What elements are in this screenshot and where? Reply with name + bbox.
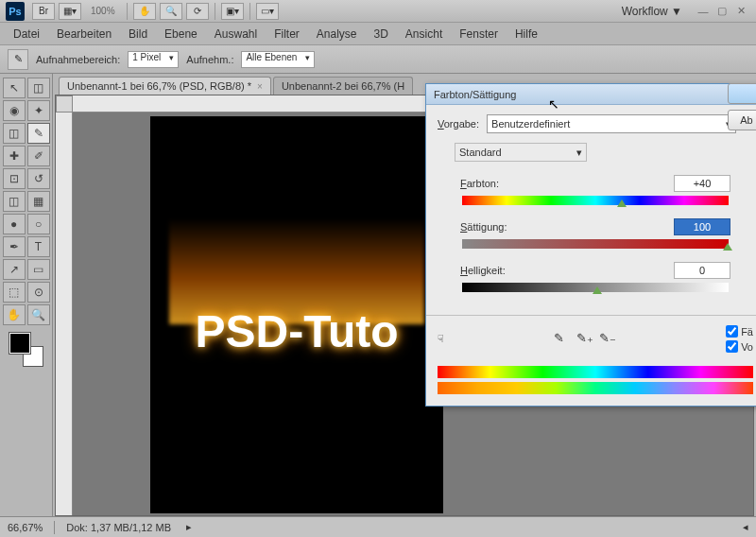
pen-tool[interactable]: ✒ [3, 236, 26, 257]
doc-tab-2[interactable]: Unbenannt-2 bei 66,7% (H [273, 77, 413, 95]
menu-3d[interactable]: 3D [374, 27, 388, 41]
zoom-button[interactable]: 🔍 [160, 3, 182, 20]
eyedropper-tool[interactable]: ✎ [27, 123, 50, 144]
hue-slider[interactable] [462, 196, 729, 205]
hue-input[interactable]: +40 [674, 175, 730, 192]
arrange-button[interactable]: ▭▾ [256, 3, 279, 20]
status-bar: 66,67% Dok: 1,37 MB/1,12 MB ▸ ◂ [0, 516, 756, 537]
hand-button[interactable]: ✋ [133, 3, 156, 20]
menu-analyse[interactable]: Analyse [317, 27, 357, 41]
zoom-tool[interactable]: 🔍 [27, 304, 50, 325]
heal-tool[interactable]: ✚ [3, 146, 26, 166]
hue-ramp-before [438, 366, 753, 378]
menu-bild[interactable]: Bild [129, 27, 147, 41]
color-swatches[interactable] [9, 333, 43, 367]
sample-size-label: Aufnahmebereich: [36, 54, 120, 65]
toolbox: ↖◫ ◉✦ ◫✎ ✚✐ ⊡↺ ◫▦ ●○ ✒T ↗▭ ⬚⊙ ✋🔍 [0, 74, 53, 516]
preview-checkbox[interactable]: Vo [726, 340, 753, 353]
eyedropper-icon[interactable]: ✎ [8, 49, 28, 70]
scrub-icon[interactable]: ☟ [438, 333, 444, 345]
lasso-tool[interactable]: ◉ [3, 100, 26, 121]
menu-ebene[interactable]: Ebene [164, 27, 198, 41]
range-select[interactable]: Standard▾ [455, 143, 587, 162]
scroll-left-icon[interactable]: ◂ [743, 521, 748, 533]
menu-ansicht[interactable]: Ansicht [405, 27, 442, 41]
status-arrow-icon[interactable]: ▸ [186, 521, 192, 533]
rotate-button[interactable]: ⟳ [186, 3, 209, 20]
menu-fenster[interactable]: Fenster [459, 27, 498, 41]
eyedropper-set-icon[interactable]: ✎ [554, 331, 571, 348]
crop-tool[interactable]: ◫ [3, 123, 26, 144]
maximize-button[interactable]: ▢ [715, 5, 729, 18]
brush-tool[interactable]: ✐ [27, 146, 50, 166]
app-logo: Ps [6, 2, 25, 21]
flame-effect [169, 173, 424, 324]
hand-tool[interactable]: ✋ [3, 304, 26, 325]
hue-saturation-dialog: Farbton/Sättigung Vorgabe: Benutzerdefin… [425, 83, 756, 407]
close-button[interactable]: ✕ [734, 5, 747, 18]
camera-tool[interactable]: ⊙ [27, 282, 50, 303]
preset-select[interactable]: Benutzerdefiniert▾ [487, 114, 736, 133]
zoom-dropdown[interactable]: 100% [83, 3, 123, 20]
menu-filter[interactable]: Filter [274, 27, 300, 41]
menu-hilfe[interactable]: Hilfe [515, 27, 538, 41]
menu-auswahl[interactable]: Auswahl [215, 27, 257, 41]
status-docsize[interactable]: Dok: 1,37 MB/1,12 MB [66, 522, 171, 533]
doc-tab-1[interactable]: Unbenannt-1 bei 66,7% (PSD, RGB/8) *× [59, 77, 271, 95]
sample-size-select[interactable]: 1 Pixel [128, 51, 179, 68]
shape-tool[interactable]: ▭ [27, 259, 50, 280]
status-zoom[interactable]: 66,67% [8, 522, 43, 533]
ruler-origin[interactable] [56, 95, 73, 113]
history-tool[interactable]: ↺ [27, 168, 50, 189]
saturation-slider[interactable] [462, 239, 729, 249]
lightness-slider[interactable] [462, 283, 729, 292]
wand-tool[interactable]: ✦ [27, 100, 50, 121]
3d-tool[interactable]: ⬚ [3, 282, 26, 303]
document[interactable]: PSD-Tuto [150, 116, 443, 513]
move-tool[interactable]: ↖ [3, 78, 26, 98]
type-tool[interactable]: T [27, 236, 50, 257]
menu-bearbeiten[interactable]: Bearbeiten [57, 27, 112, 41]
cancel-button[interactable]: Ab [728, 110, 756, 130]
colorize-checkbox[interactable]: Fä [726, 325, 753, 338]
ruler-vertical[interactable] [56, 113, 73, 515]
menu-bar: Datei Bearbeiten Bild Ebene Auswahl Filt… [0, 23, 756, 45]
eraser-tool[interactable]: ◫ [3, 191, 26, 212]
options-bar: ✎ Aufnahmebereich: 1 Pixel Aufnehm.: All… [0, 45, 756, 74]
stamp-tool[interactable]: ⊡ [3, 168, 26, 189]
frames-button[interactable]: ▦▾ [59, 3, 81, 20]
selection-tool[interactable]: ◫ [27, 78, 50, 98]
gradient-tool[interactable]: ▦ [27, 191, 50, 212]
saturation-label: Sättigung: [460, 221, 507, 233]
sample-layers-label: Aufnehm.: [186, 54, 233, 65]
hue-ramp-after [438, 382, 753, 394]
path-tool[interactable]: ↗ [3, 259, 26, 280]
sample-layers-select[interactable]: Alle Ebenen [241, 51, 315, 68]
color-ramps [438, 366, 753, 394]
preset-label: Vorgabe: [438, 118, 479, 130]
dodge-tool[interactable]: ○ [27, 214, 50, 234]
dialog-title-bar[interactable]: Farbton/Sättigung [426, 84, 756, 105]
workflow-dropdown[interactable]: Workflow ▼ [622, 5, 682, 18]
eyedropper-add-icon[interactable]: ✎₊ [576, 331, 593, 348]
menu-datei[interactable]: Datei [13, 27, 40, 41]
canvas-text: PSD-Tuto [150, 305, 443, 357]
lightness-label: Helligkeit: [460, 265, 506, 276]
close-icon[interactable]: × [257, 81, 263, 92]
minimize-button[interactable]: — [696, 5, 710, 18]
saturation-input[interactable]: 100 [674, 218, 730, 235]
blur-tool[interactable]: ● [3, 214, 26, 234]
title-bar: Ps Br ▦▾ 100% ✋ 🔍 ⟳ ▣▾ ▭▾ Workflow ▼ — ▢… [0, 0, 756, 23]
ok-button[interactable] [728, 83, 756, 104]
screen-mode-button[interactable]: ▣▾ [221, 3, 244, 20]
lightness-input[interactable]: 0 [674, 262, 730, 279]
eyedropper-sub-icon[interactable]: ✎₋ [599, 331, 616, 348]
bridge-button[interactable]: Br [32, 3, 55, 20]
hue-label: Farbton: [460, 178, 499, 189]
